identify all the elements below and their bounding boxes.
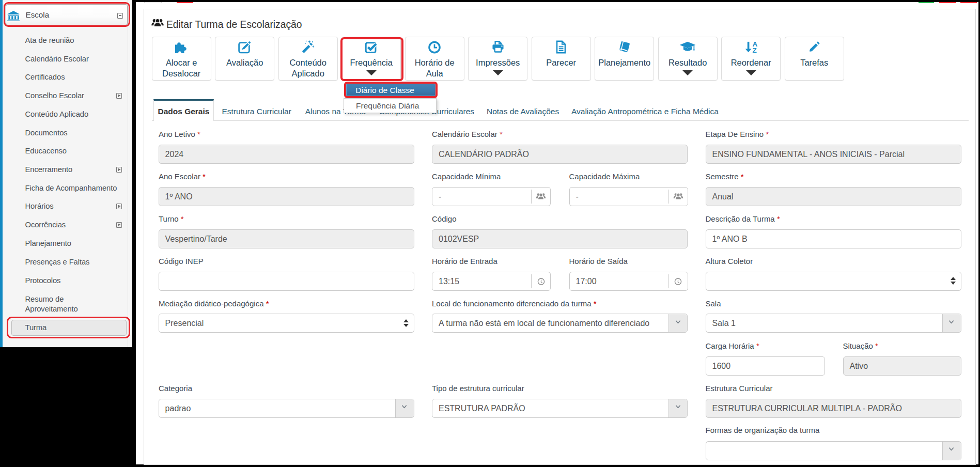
svg-text:Z: Z [752,46,756,54]
